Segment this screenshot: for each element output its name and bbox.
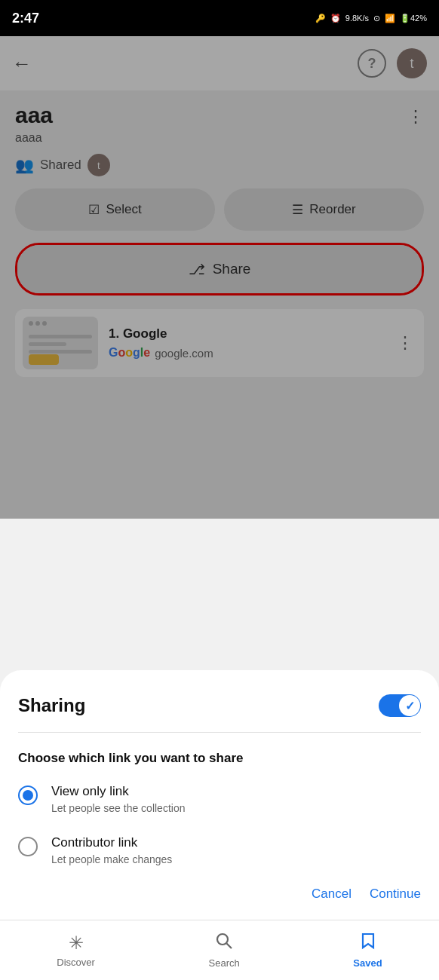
continue-button[interactable]: Continue — [370, 887, 421, 902]
view-only-text: View only link Let people see the collec… — [51, 784, 185, 814]
search-icon — [215, 932, 233, 954]
view-only-desc: Let people see the collection — [51, 802, 185, 814]
sheet-header: Sharing ✓ — [18, 694, 421, 717]
toggle-knob: ✓ — [399, 695, 420, 716]
view-only-option[interactable]: View only link Let people see the collec… — [18, 784, 421, 814]
sheet-subtitle: Choose which link you want to share — [18, 751, 421, 766]
nav-saved[interactable]: Saved — [353, 932, 382, 969]
view-only-radio-fill — [23, 790, 33, 801]
contributor-label: Contributor link — [51, 835, 172, 850]
status-bar: 2:47 🔑 ⏰ 9.8K/s ⊙ 📶 🔋42% — [0, 0, 439, 36]
sharing-toggle[interactable]: ✓ — [379, 694, 421, 717]
bottom-nav: ✳ Discover Search Saved — [0, 920, 439, 980]
status-icons: 🔑 ⏰ 9.8K/s ⊙ 📶 🔋42% — [315, 14, 427, 23]
nav-discover[interactable]: ✳ Discover — [57, 933, 95, 968]
bottom-sheet: Sharing ✓ Choose which link you want to … — [0, 670, 439, 920]
status-time: 2:47 — [12, 11, 39, 26]
cancel-button[interactable]: Cancel — [312, 887, 352, 902]
discover-icon: ✳ — [69, 933, 84, 954]
saved-label: Saved — [353, 957, 382, 969]
sheet-actions: Cancel Continue — [18, 887, 421, 902]
signal-info: 9.8K/s — [345, 14, 369, 23]
battery-icon: 🔋42% — [400, 14, 427, 23]
contributor-desc: Let people make changes — [51, 853, 172, 865]
svg-line-1 — [227, 944, 232, 949]
search-label: Search — [209, 957, 240, 969]
sheet-title: Sharing — [18, 695, 85, 716]
contributor-text: Contributor link Let people make changes — [51, 835, 172, 865]
key-icon: 🔑 — [315, 14, 326, 23]
alarm-icon: ⏰ — [330, 14, 341, 23]
overlay-dim — [0, 36, 439, 519]
discover-label: Discover — [57, 957, 95, 968]
view-only-radio[interactable] — [18, 786, 38, 805]
saved-icon — [359, 932, 377, 954]
signal-bars: 📶 — [385, 14, 395, 23]
nav-search[interactable]: Search — [209, 932, 240, 969]
sheet-divider — [18, 732, 421, 733]
toggle-check-icon: ✓ — [405, 699, 415, 713]
view-only-label: View only link — [51, 784, 185, 799]
wifi-icon: ⊙ — [373, 14, 380, 23]
contributor-option[interactable]: Contributor link Let people make changes — [18, 835, 421, 865]
contributor-radio[interactable] — [18, 837, 38, 856]
svg-point-0 — [217, 934, 228, 945]
